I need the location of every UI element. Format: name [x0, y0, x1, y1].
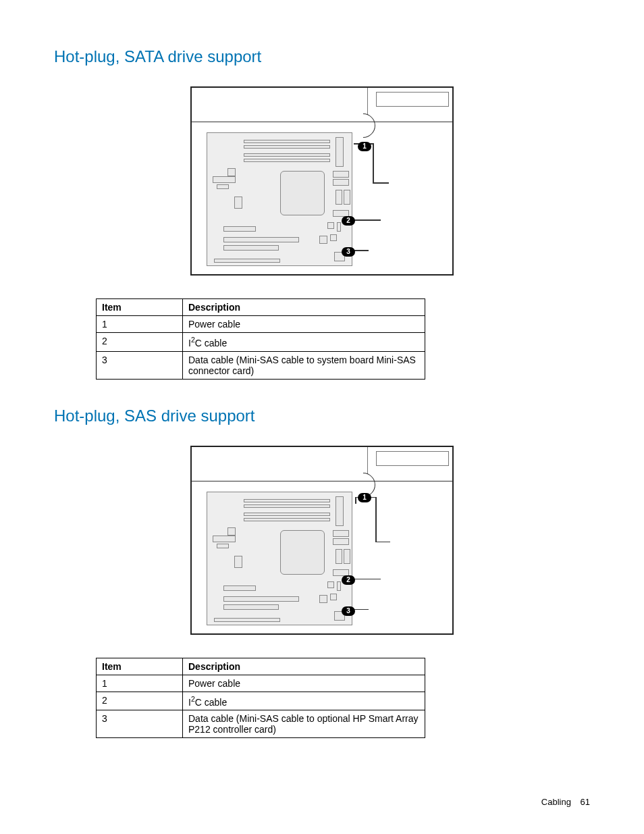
table-header-description: Description [183, 658, 425, 675]
table-cell-description: I2C cable [183, 692, 425, 710]
section-heading-sas: Hot-plug, SAS drive support [54, 407, 590, 425]
diagram1-callout-3: 3 [342, 247, 355, 257]
table-header-item: Item [97, 658, 183, 675]
diagram2-callout-2: 2 [342, 575, 355, 585]
table-header-item: Item [97, 299, 183, 316]
page-footer: Cabling 61 [541, 797, 590, 807]
table-cell-item: 3 [97, 351, 183, 379]
table-header-description: Description [183, 299, 425, 316]
table-sas: Item Description 1 Power cable 2 I2C cab… [96, 658, 425, 739]
table-row: 2 I2C cable [97, 692, 425, 710]
diagram2-callout-3: 3 [342, 606, 355, 616]
table-cell-item: 3 [97, 710, 183, 738]
diagram-2: 1 2 3 [190, 446, 454, 635]
table-row: 3 Data cable (Mini-SAS cable to optional… [97, 710, 425, 738]
table-cell-item: 1 [97, 675, 183, 692]
table-row: Item Description [97, 299, 425, 316]
diagram-1: 1 2 3 [190, 86, 454, 276]
footer-page-number: 61 [581, 797, 590, 807]
table-row: 1 Power cable [97, 675, 425, 692]
table-row: 1 Power cable [97, 316, 425, 333]
diagram1-callout-2: 2 [342, 216, 355, 226]
table-cell-description: Data cable (Mini-SAS cable to optional H… [183, 710, 425, 738]
table-cell-item: 1 [97, 316, 183, 333]
table-cell-description: Power cable [183, 316, 425, 333]
diagram-1-wrap: 1 2 3 [54, 86, 590, 278]
diagram1-callout-1: 1 [358, 142, 371, 151]
table-row: 3 Data cable (Mini-SAS cable to system b… [97, 351, 425, 379]
table-row: 2 I2C cable [97, 333, 425, 352]
section-heading-sata: Hot-plug, SATA drive support [54, 47, 590, 66]
table-sata: Item Description 1 Power cable 2 I2C cab… [96, 298, 425, 380]
table-cell-description: I2C cable [183, 333, 425, 352]
table-row: Item Description [97, 658, 425, 675]
diagram-2-wrap: 1 2 3 [54, 446, 590, 637]
table-cell-description: Data cable (Mini-SAS cable to system boa… [183, 351, 425, 379]
diagram2-callout-1: 1 [358, 493, 371, 502]
table-cell-item: 2 [97, 692, 183, 710]
table-cell-description: Power cable [183, 675, 425, 692]
table-cell-item: 2 [97, 333, 183, 352]
footer-section: Cabling [541, 797, 571, 807]
